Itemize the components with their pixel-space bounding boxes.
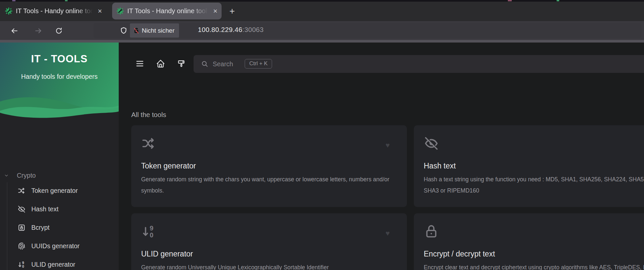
tool-card-description: Generate random string with the chars yo… — [141, 174, 397, 196]
wave-decoration — [0, 92, 119, 122]
fingerprint-icon — [17, 242, 26, 250]
url-host: 100.80.229.46 — [198, 26, 242, 33]
search-icon — [201, 60, 209, 68]
hamburger-menu-icon — [135, 59, 144, 68]
tool-card-description: Hash a text string using the function yo… — [424, 174, 644, 196]
insecure-lock-icon — [132, 26, 140, 35]
tool-card-title: Encrypt / decrypt text — [424, 250, 644, 258]
arrow-left-icon — [10, 27, 18, 35]
search-input[interactable] — [213, 55, 424, 73]
tool-card-encrypt-decrypt-text[interactable]: ♥ Encrypt / decrypt text Encrypt clear t… — [414, 213, 644, 270]
app-subtitle: Handy tools for developers — [0, 73, 119, 80]
sidebar: IT - TOOLS Handy tools for developers Cr… — [0, 43, 119, 270]
chevron-down-icon — [4, 173, 9, 178]
security-badge[interactable]: Nicht sicher — [130, 23, 179, 38]
it-tools-favicon-icon — [116, 7, 124, 15]
browser-tab-active[interactable]: IT Tools - Handy online tools for develo… — [112, 3, 222, 19]
sidebar-item-token-generator[interactable]: Token generator — [0, 187, 106, 195]
tool-card-token-generator[interactable]: ♥ Token generator Generate random string… — [131, 125, 407, 207]
security-badge-label: Nicht sicher — [142, 27, 174, 34]
sort-descending-numbers-icon: 9 0 — [17, 260, 26, 269]
paint-roller-icon — [177, 59, 186, 68]
tool-card-description: Generate random Universally Unique Lexic… — [141, 262, 397, 270]
shuffle-icon — [17, 187, 26, 195]
sidebar-header: IT - TOOLS Handy tools for developers — [0, 43, 119, 122]
lock-square-icon — [17, 224, 26, 232]
forward-button[interactable] — [32, 25, 44, 37]
sidebar-item-ulid-generator[interactable]: 9 0 ULID generator — [0, 260, 106, 268]
back-button[interactable] — [8, 25, 20, 37]
reload-icon — [55, 27, 63, 35]
tool-card-title: Hash text — [424, 162, 644, 170]
url-text[interactable]: 100.80.229.46:30063 — [198, 26, 264, 34]
shuffle-icon — [141, 136, 156, 151]
sidebar-item-hash-text[interactable]: Hash text — [0, 205, 106, 213]
new-tab-button[interactable]: + — [226, 6, 238, 17]
url-port: :30063 — [242, 26, 264, 33]
browser-tab-inactive[interactable]: IT Tools - Handy online tools for develo… — [1, 3, 106, 19]
home-button[interactable] — [156, 59, 166, 69]
svg-text:9: 9 — [22, 260, 24, 264]
lock-icon — [424, 224, 439, 239]
tool-card-description: Encrypt clear text and decrypt ciphertex… — [424, 262, 644, 270]
arrow-right-icon — [34, 27, 43, 35]
eye-off-icon — [424, 136, 439, 151]
sidebar-item-label: UUIDs generator — [31, 242, 79, 250]
tracking-protection-shield-icon[interactable] — [119, 26, 128, 35]
sidebar-item-bcrypt[interactable]: Bcrypt — [0, 224, 106, 231]
sidebar-item-label: Bcrypt — [31, 224, 49, 231]
browser-tab-bar: IT Tools - Handy online tools for develo… — [0, 2, 644, 21]
svg-text:0: 0 — [150, 231, 153, 239]
app-title: IT - TOOLS — [0, 53, 119, 65]
sidebar-section-crypto[interactable]: Crypto — [4, 172, 36, 179]
svg-text:9: 9 — [150, 225, 153, 232]
sidebar-section-label: Crypto — [17, 172, 36, 179]
svg-text:0: 0 — [22, 264, 24, 268]
tab-close-icon[interactable]: × — [210, 7, 220, 15]
sort-descending-numbers-icon: 9 0 — [141, 224, 156, 239]
background-window-artifact — [65, 0, 68, 1]
favorite-heart-icon[interactable]: ♥ — [385, 141, 390, 150]
search-shortcut-kbd: Ctrl + K — [245, 59, 272, 69]
background-window-artifact — [12, 0, 15, 1]
eye-off-icon — [17, 205, 26, 213]
tab-close-icon[interactable]: × — [95, 7, 105, 15]
tool-card-ulid-generator[interactable]: 9 0 ♥ ULID generator Generate random Uni… — [131, 213, 407, 270]
toolbar-bottom-border — [0, 40, 644, 43]
home-icon — [156, 59, 165, 68]
tool-card-title: Token generator — [141, 162, 397, 170]
background-window-artifact — [557, 0, 559, 1]
tool-card-title: ULID generator — [141, 250, 397, 258]
sidebar-item-label: Token generator — [31, 187, 78, 195]
sidebar-item-label: ULID generator — [31, 261, 75, 268]
sidebar-toggle-button[interactable] — [135, 59, 145, 69]
tab-title: IT Tools - Handy online tools for develo… — [127, 7, 210, 15]
tool-card-hash-text[interactable]: ♥ Hash text Hash a text string using the… — [414, 125, 644, 207]
page-heading: All the tools — [131, 111, 166, 119]
sidebar-item-label: Hash text — [31, 205, 58, 213]
sidebar-item-uuids-generator[interactable]: UUIDs generator — [0, 242, 106, 250]
search-bar[interactable]: Ctrl + K — [194, 55, 644, 73]
it-tools-favicon-icon — [5, 7, 13, 15]
tab-title: IT Tools - Handy online tools for develo… — [16, 7, 95, 15]
tools-grid: ♥ Token generator Generate random string… — [131, 125, 644, 270]
reload-button[interactable] — [53, 25, 65, 37]
favorite-heart-icon[interactable]: ♥ — [385, 229, 390, 238]
theme-button[interactable] — [177, 59, 187, 69]
background-window-artifact — [508, 0, 512, 1]
